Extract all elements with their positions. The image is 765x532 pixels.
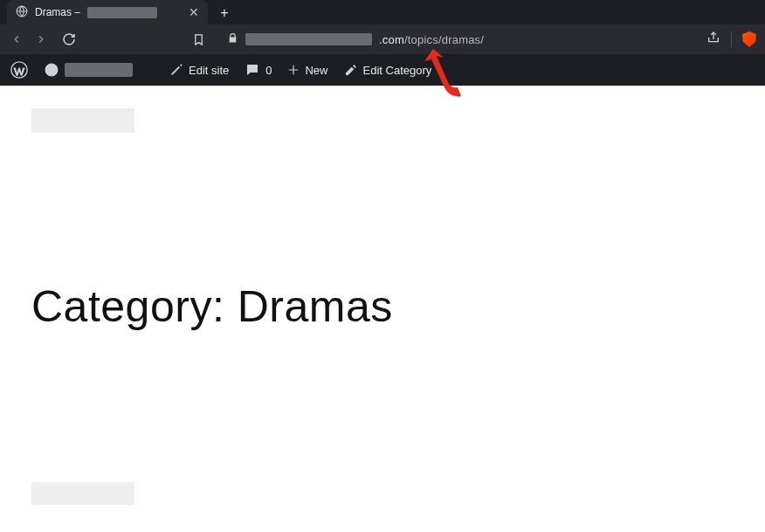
browser-toolbar: .com/topics/dramas/ [0,24,765,54]
wp-edit-site-label: Edit site [189,64,229,77]
url-redacted-host [245,33,372,45]
redacted-block-bottom [31,482,134,505]
lock-icon [227,31,238,47]
globe-icon [16,5,28,20]
wp-site-menu[interactable] [42,62,134,78]
svg-point-3 [45,64,58,76]
wp-edit-site-link[interactable]: Edit site [168,63,231,77]
tab-title: Dramas – [35,6,80,18]
new-tab-button[interactable]: + [213,2,236,24]
wp-edit-category-label: Edit Category [363,64,432,77]
redacted-block-top [31,108,134,133]
wp-logo-icon[interactable] [9,61,30,79]
page-content: Category: Dramas [0,86,765,532]
toolbar-right [706,31,756,48]
address-bar[interactable]: .com/topics/dramas/ [227,31,698,47]
nav-group [9,31,77,47]
close-tab-icon[interactable]: ✕ [189,5,199,19]
share-icon[interactable] [706,31,720,48]
back-button[interactable] [9,31,24,47]
wp-new-label: New [305,64,327,77]
bookmark-icon[interactable] [190,31,206,47]
brave-shield-icon[interactable] [742,31,756,47]
reload-button[interactable] [61,31,77,47]
browser-tab-strip: Dramas – ✕ + [0,0,765,24]
url-path: .com/topics/dramas/ [379,33,484,46]
forward-button[interactable] [33,31,49,47]
wp-site-name-redacted [65,63,133,77]
wp-edit-category-link[interactable]: Edit Category [342,63,434,77]
browser-tab-active[interactable]: Dramas – ✕ [7,0,208,24]
toolbar-separator [731,31,732,47]
wp-comments-count: 0 [265,64,272,77]
tab-title-redacted [87,7,157,18]
wp-comments-link[interactable]: 0 [243,62,273,78]
wp-admin-bar: Edit site 0 New Edit Category [0,54,765,86]
wp-new-link[interactable]: New [286,64,329,77]
page-title: Category: Dramas [31,281,734,332]
